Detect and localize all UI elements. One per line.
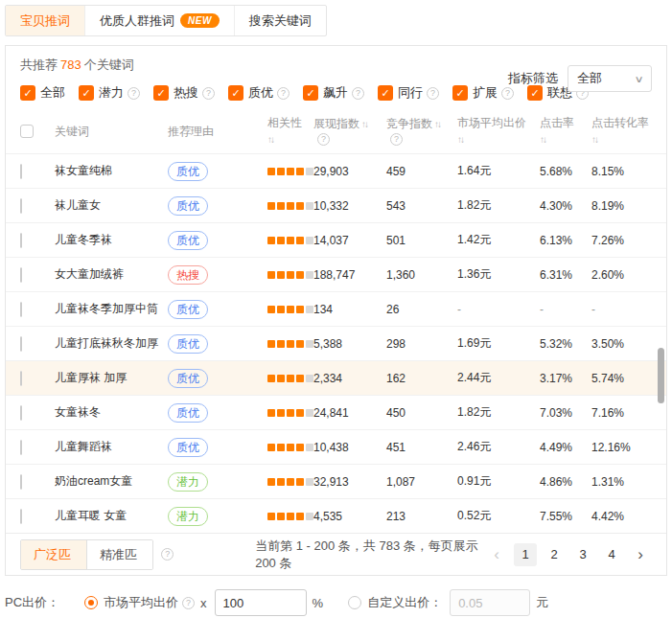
relevance-bar [296,202,304,210]
table-row: 儿童厚袜 加厚质优2,3341622.44元3.17%5.74% [6,360,666,395]
col-cvr[interactable]: 点击转化率 ↑↓ [591,116,655,147]
keyword-cell: 儿童冬季袜 [55,232,168,248]
impression-cell: 134 [313,303,386,316]
checkbox-checked-icon[interactable]: ✓ [79,85,94,101]
row-checkbox[interactable] [20,198,22,214]
row-checkbox[interactable] [20,474,22,490]
tab-2[interactable]: 优质人群推词NEW [85,6,235,35]
relevance-bar [296,409,304,417]
help-icon[interactable]: ? [390,133,403,146]
col-ctr[interactable]: 点击率 ↑↓ [540,116,591,147]
match-mode-button[interactable]: 广泛匹配 [21,540,87,569]
sort-icon[interactable]: ↑↓ [457,132,540,147]
help-icon[interactable]: ? [161,548,174,561]
select-all-checkbox[interactable] [20,125,34,138]
pagination-page-2[interactable]: 2 [543,543,566,566]
relevance-cell [267,306,313,313]
help-icon[interactable]: ? [127,87,140,100]
filter-checkbox-item[interactable]: ✓扩展? [452,84,514,102]
tab-1[interactable]: 宝贝推词 [6,6,85,35]
competition-cell: 451 [386,441,457,454]
avg-bid-cell: - [457,303,540,316]
pagination-next-icon[interactable]: › [629,543,652,566]
filter-checkbox-item[interactable]: ✓热搜? [153,84,215,102]
custom-bid-radio[interactable] [348,596,361,609]
row-checkbox[interactable] [20,164,22,179]
relevance-bar [296,478,304,486]
pagination-page-1[interactable]: 1 [514,543,537,566]
row-checkbox-cell [20,372,55,385]
checkbox-label: 全部 [40,84,65,102]
filter-checkbox-item[interactable]: ✓全部 [20,84,65,102]
pagination-page-4[interactable]: 4 [600,543,623,566]
relevance-bar [277,237,285,244]
relevance-bar [296,271,304,279]
avg-bid-cell: 1.64元 [457,163,540,179]
sort-icon[interactable]: ↑↓ [267,132,313,147]
cvr-cell: 3.50% [591,337,655,351]
checkbox-checked-icon[interactable]: ✓ [452,85,468,101]
relevance-bars-icon [267,409,313,417]
help-icon[interactable]: ? [427,87,439,100]
row-checkbox[interactable] [20,405,22,421]
row-checkbox[interactable] [20,371,22,386]
relevance-bar [296,168,304,175]
market-bid-radio[interactable] [84,596,98,609]
pagination-page-3[interactable]: 3 [571,543,594,566]
pagination-prev-icon[interactable]: ‹ [485,543,508,566]
col-impression[interactable]: 展现指数↑↓ ? [313,117,386,146]
row-checkbox[interactable] [20,440,22,455]
percent-sign: % [313,596,324,610]
impression-cell: 5,388 [313,337,386,351]
relevance-bar [287,513,294,520]
relevance-bar [267,237,275,244]
avg-bid-cell: 1.69元 [457,335,540,352]
help-icon[interactable]: ? [317,133,330,146]
table-row: 儿童袜冬季加厚中筒质优13426--- [6,291,666,326]
col-competition[interactable]: 竞争指数↑↓ ? [386,117,457,146]
sort-icon[interactable]: ↑↓ [540,132,591,147]
page-info: 当前第 1 - 200 条，共 783 条，每页展示 200 条 [255,538,485,572]
checkbox-label: 热搜 [174,84,198,102]
market-bid-percent-input[interactable] [215,589,307,616]
sort-icon[interactable]: ↑↓ [434,117,440,131]
tab-3[interactable]: 搜索关键词 [235,6,326,35]
custom-bid-input[interactable] [450,589,530,616]
relevance-bar [306,202,313,210]
table-row: 袜儿童女质优10,3325431.82元4.30%8.19% [6,188,666,222]
checkbox-checked-icon[interactable]: ✓ [20,85,35,101]
filter-checkbox-item[interactable]: ✓潜力? [79,84,140,102]
relevance-bar [306,340,313,348]
help-icon[interactable]: ? [202,87,215,100]
help-icon[interactable]: ? [277,87,290,100]
competition-cell: 450 [386,406,457,420]
competition-cell: 1,087 [386,475,457,489]
filter-checkbox-item[interactable]: ✓飙升? [303,84,364,102]
checkbox-checked-icon[interactable]: ✓ [378,85,393,101]
row-checkbox[interactable] [20,509,22,524]
sort-icon[interactable]: ↑↓ [361,117,367,131]
row-checkbox[interactable] [20,302,22,317]
cvr-cell: 4.42% [591,510,655,523]
sort-icon[interactable]: ↑↓ [591,132,655,147]
col-relevance[interactable]: 相关性 ↑↓ [267,116,313,147]
row-checkbox[interactable] [20,233,22,248]
help-icon[interactable]: ? [182,597,195,609]
row-checkbox-cell [20,406,55,420]
relevance-bar [287,409,294,417]
match-mode-button[interactable]: 精准匹配 [87,540,152,569]
checkbox-checked-icon[interactable]: ✓ [228,85,243,101]
ctr-cell: 7.55% [540,510,591,523]
help-icon[interactable]: ? [352,87,364,100]
col-avg-bid[interactable]: 市场平均出价 ↑↓ [457,116,540,147]
filter-checkbox-item[interactable]: ✓同行? [378,84,439,102]
vertical-scrollbar-thumb[interactable] [658,348,664,403]
checkbox-checked-icon[interactable]: ✓ [153,85,169,101]
row-checkbox[interactable] [20,267,22,283]
relevance-bar [267,478,275,486]
row-checkbox[interactable] [20,336,22,352]
relevance-cell [267,513,313,520]
checkbox-checked-icon[interactable]: ✓ [303,85,318,101]
metric-filter-select[interactable]: 全部 ∨ [568,65,652,92]
filter-checkbox-item[interactable]: ✓质优? [228,84,290,102]
